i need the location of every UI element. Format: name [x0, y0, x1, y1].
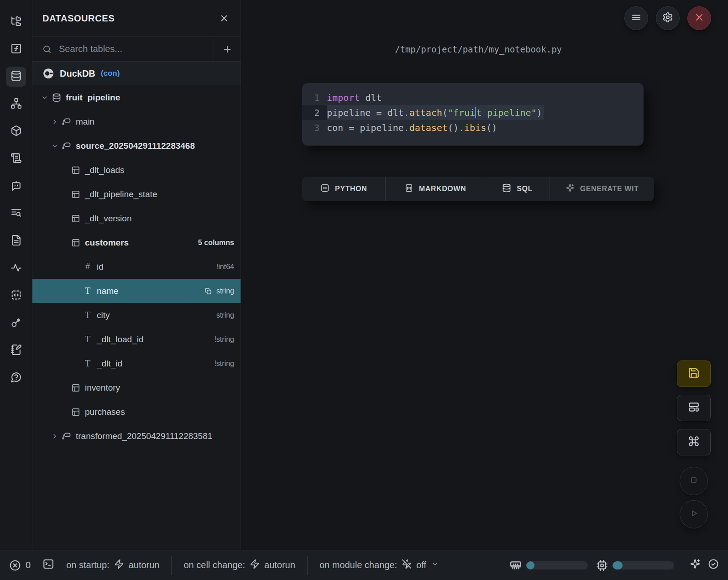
layout-icon	[688, 401, 700, 415]
tree-item-fruit_pipeline[interactable]: fruit_pipeline	[32, 85, 241, 110]
connection-engine: DuckDB	[60, 68, 95, 79]
tree-item-label: name	[97, 286, 119, 296]
chevron-down-icon[interactable]	[41, 94, 48, 101]
function-square-icon	[10, 43, 22, 56]
chevron-right-icon[interactable]	[51, 118, 58, 125]
list-search-icon	[10, 207, 22, 220]
rail-item-packages[interactable]	[6, 121, 26, 141]
setting-value: off	[416, 560, 426, 570]
tree-item-main[interactable]: main	[32, 110, 241, 134]
token: (	[442, 107, 448, 118]
token: t_pipeline"	[476, 107, 536, 118]
token: dataset	[409, 122, 448, 133]
tree-item-source_202504291112283468[interactable]: source_202504291112283468	[32, 134, 241, 158]
on-cell-change-setting[interactable]: on cell change:autorun	[172, 550, 307, 580]
number-type-glyph: #	[83, 262, 92, 272]
tree-item-type: !string	[214, 360, 234, 368]
add-cell-generate-with-ai-button[interactable]: GENERATE WIT	[550, 177, 654, 201]
chevron-down-icon	[431, 560, 439, 570]
rail-item-scripts[interactable]	[6, 149, 26, 169]
app-root: DATASOURCES DuckDB (con) fruit_pipelinem…	[0, 0, 728, 580]
token: )	[537, 107, 542, 118]
line-number: 1	[302, 93, 327, 103]
close-button[interactable]	[687, 6, 711, 30]
table-icon	[71, 238, 80, 247]
rail-item-help[interactable]	[6, 368, 26, 388]
setting-value: autorun	[264, 560, 295, 570]
tree-item-name[interactable]: Tnamestring	[32, 279, 241, 303]
save-button[interactable]	[677, 361, 711, 387]
code-text: pipeline = dlt.attach("fruit_pipeline")	[327, 107, 542, 118]
rail-item-secrets[interactable]	[6, 313, 26, 333]
tree-item-purchases[interactable]: purchases	[32, 400, 241, 424]
button-label: MARKDOWN	[419, 185, 466, 193]
tree-item-_dlt_pipeline_state[interactable]: _dlt_pipeline_state	[32, 182, 241, 206]
search-row	[32, 37, 241, 62]
on-startup-setting[interactable]: on startup:autorun	[54, 550, 171, 580]
add-datasource-button[interactable]	[214, 37, 241, 61]
rail-item-datasources[interactable]	[6, 67, 26, 87]
on-module-change-setting[interactable]: on module change:off	[308, 550, 451, 580]
search-input[interactable]	[58, 43, 214, 55]
chevron-down-icon[interactable]	[51, 142, 58, 150]
code-line-2[interactable]: 2pipeline = dlt.attach("fruit_pipeline")	[302, 105, 644, 120]
rail-item-snippets[interactable]	[6, 286, 26, 306]
tree-item-id[interactable]: #id!int64	[32, 255, 241, 279]
stop-button[interactable]	[680, 467, 708, 495]
rail-item-logs-search[interactable]	[6, 204, 26, 224]
shortcuts-button[interactable]	[677, 429, 711, 455]
tree-item-inventory[interactable]: inventory	[32, 376, 241, 400]
code-cell[interactable]: 1import dlt2pipeline = dlt.attach("fruit…	[302, 83, 644, 146]
code-line-3[interactable]: 3con = pipeline.dataset().ibis()	[302, 120, 644, 135]
tree-item-city[interactable]: Tcitystring	[32, 303, 241, 327]
layout-button[interactable]	[677, 395, 711, 421]
tree-item-label: city	[97, 310, 110, 320]
file-path: /tmp/project/path/my_notebook.py	[241, 44, 716, 54]
memory-usage-bar	[526, 561, 588, 570]
error-counter[interactable]: 0	[9, 559, 31, 571]
code-text: import dlt	[327, 92, 382, 103]
rail-item-chat[interactable]	[6, 176, 26, 196]
ai-assist-button[interactable]	[690, 559, 701, 572]
tree-item-_dlt_version[interactable]: _dlt_version	[32, 206, 241, 230]
tree-item-type: string	[216, 311, 234, 319]
line-number: 2	[302, 108, 327, 118]
tree-item-_dlt_id[interactable]: T_dlt_id!string	[32, 351, 241, 376]
connection-status-button[interactable]	[708, 559, 719, 572]
tree-item-type: !string	[214, 335, 234, 344]
close-panel-button[interactable]	[219, 13, 229, 23]
connection-row[interactable]: DuckDB (con)	[32, 62, 241, 85]
text-type-glyph: T	[83, 334, 92, 344]
token: ibis	[464, 122, 486, 133]
table-icon	[71, 214, 80, 223]
tree-item-transformed_202504291112283581[interactable]: transformed_202504291112283581	[32, 424, 241, 448]
settings-button[interactable]	[656, 6, 680, 30]
tree-item-label: id	[97, 262, 104, 272]
rail-item-tracing[interactable]	[6, 258, 26, 278]
tree-item-_dlt_loads[interactable]: _dlt_loads	[32, 158, 241, 182]
tree-item-_dlt_load_id[interactable]: T_dlt_load_id!string	[32, 327, 241, 351]
rail-item-scratchpad[interactable]	[6, 340, 26, 361]
table-icon	[71, 383, 80, 392]
run-button[interactable]	[680, 500, 708, 528]
terminal-button[interactable]	[42, 558, 54, 572]
menu-button[interactable]	[624, 6, 648, 30]
schema-icon	[62, 141, 71, 151]
rail-item-function[interactable]	[6, 39, 26, 59]
datasource-tree: fruit_pipelinemainsource_202504291112283…	[32, 85, 241, 448]
code-line-1[interactable]: 1import dlt	[302, 90, 644, 105]
add-cell-python-button[interactable]: PYTHON	[302, 177, 386, 201]
add-cell-sql-button[interactable]: SQL	[485, 177, 550, 201]
line-number: 3	[302, 123, 327, 133]
tree-item-label: _dlt_pipeline_state	[85, 189, 157, 199]
command-icon	[688, 435, 700, 449]
rail-item-documentation[interactable]	[6, 231, 26, 251]
tree-item-label: _dlt_version	[85, 214, 131, 224]
tree-item-customers[interactable]: customers5 columns	[32, 230, 241, 255]
token: "frui	[448, 107, 475, 118]
chevron-right-icon[interactable]	[51, 433, 58, 440]
add-cell-markdown-button[interactable]: MARKDOWN	[386, 177, 485, 201]
setting-value: autorun	[129, 560, 160, 570]
rail-item-dependencies[interactable]	[6, 94, 26, 114]
rail-item-file-tree[interactable]	[6, 12, 26, 32]
